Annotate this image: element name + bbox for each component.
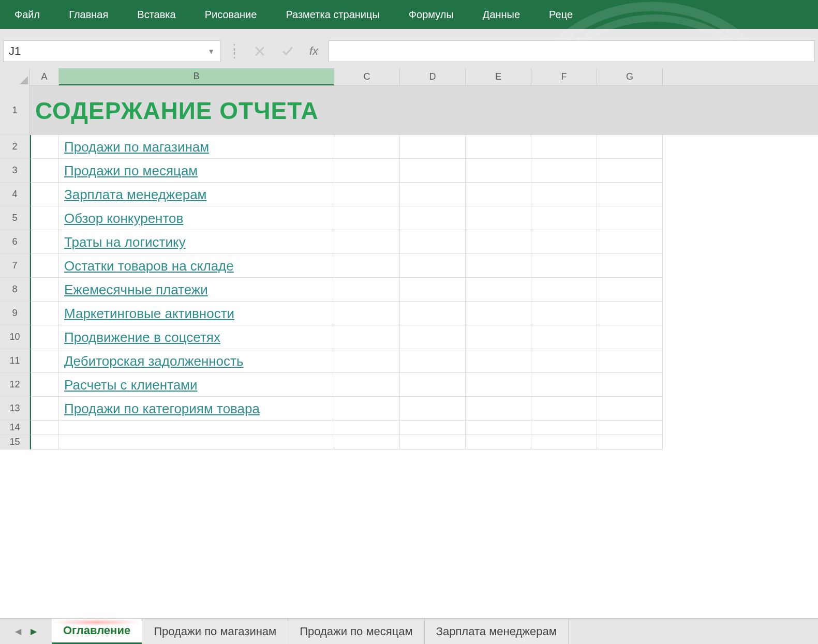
cell[interactable] (334, 254, 400, 278)
grid-body[interactable]: 1СОДЕРЖАНИЕ ОТЧЕТА2Продажи по магазинам3… (0, 86, 818, 618)
ribbon-tab[interactable]: Формулы (394, 0, 468, 29)
cell[interactable] (466, 302, 531, 325)
cell[interactable] (466, 349, 531, 373)
name-box-dropdown-icon[interactable]: ▼ (207, 47, 215, 55)
row-header[interactable]: 2 (0, 135, 30, 159)
row-header[interactable]: 13 (0, 397, 30, 421)
row-header[interactable]: 12 (0, 373, 30, 397)
cell[interactable] (531, 302, 597, 325)
formula-bar-handle-icon[interactable]: ⋮⋮ (226, 46, 243, 56)
cell[interactable] (531, 373, 597, 397)
cell[interactable] (597, 397, 663, 421)
cell[interactable] (597, 421, 663, 435)
toc-link[interactable]: Продажи по категориям товара (64, 401, 260, 417)
toc-link[interactable]: Обзор конкурентов (64, 211, 183, 227)
cell[interactable] (400, 435, 466, 450)
cell[interactable] (59, 421, 334, 435)
cell[interactable] (59, 435, 334, 450)
cell[interactable] (400, 230, 466, 254)
cell[interactable] (334, 435, 400, 450)
toc-link[interactable]: Ежемесячные платежи (64, 282, 208, 298)
cell[interactable] (30, 421, 59, 435)
row-header[interactable]: 7 (0, 254, 30, 278)
row-header[interactable]: 5 (0, 206, 30, 230)
cell[interactable] (597, 302, 663, 325)
cell[interactable] (30, 278, 59, 302)
toc-link[interactable]: Продвижение в соцсетях (64, 330, 220, 346)
cell[interactable] (30, 397, 59, 421)
cell[interactable] (597, 325, 663, 349)
toc-link[interactable]: Траты на логистику (64, 234, 186, 250)
toc-link[interactable]: Дебиторская задолженность (64, 353, 244, 369)
cell[interactable] (531, 183, 597, 206)
cell[interactable] (597, 230, 663, 254)
ribbon-tab[interactable]: Главная (54, 0, 123, 29)
column-header[interactable]: B (59, 68, 334, 85)
cell[interactable] (30, 254, 59, 278)
cell[interactable] (334, 159, 400, 183)
cell[interactable] (30, 435, 59, 450)
cell[interactable] (334, 278, 400, 302)
cell[interactable] (400, 254, 466, 278)
cell[interactable] (531, 230, 597, 254)
column-header[interactable]: D (400, 68, 466, 85)
cell[interactable] (531, 206, 597, 230)
cell[interactable] (466, 230, 531, 254)
row-header[interactable]: 11 (0, 349, 30, 373)
row-header[interactable]: 9 (0, 302, 30, 325)
tab-prev-icon[interactable]: ◀ (15, 626, 21, 636)
cell[interactable] (597, 435, 663, 450)
cell[interactable] (30, 373, 59, 397)
ribbon-tab[interactable]: Рисование (190, 0, 272, 29)
column-header[interactable]: F (531, 68, 597, 85)
cell[interactable] (597, 278, 663, 302)
column-header[interactable]: A (30, 68, 59, 85)
cell[interactable] (466, 183, 531, 206)
cell[interactable] (30, 183, 59, 206)
cell[interactable] (531, 159, 597, 183)
cell[interactable] (597, 373, 663, 397)
sheet-tab[interactable]: Продажи по месяцам (288, 619, 425, 644)
cell[interactable] (334, 325, 400, 349)
cell[interactable] (334, 206, 400, 230)
cell[interactable] (531, 349, 597, 373)
row-header[interactable]: 4 (0, 183, 30, 206)
cell[interactable] (400, 349, 466, 373)
cell[interactable] (400, 302, 466, 325)
formula-input[interactable] (329, 40, 815, 62)
toc-link[interactable]: Продажи по месяцам (64, 163, 198, 179)
ribbon-tab[interactable]: Реце (534, 0, 587, 29)
sheet-tab[interactable]: Оглавление (52, 619, 142, 644)
cell[interactable] (400, 373, 466, 397)
row-header[interactable]: 8 (0, 278, 30, 302)
cell[interactable] (30, 349, 59, 373)
cell[interactable] (531, 397, 597, 421)
cell[interactable] (334, 349, 400, 373)
cell[interactable] (400, 183, 466, 206)
cell[interactable] (466, 373, 531, 397)
row-header[interactable]: 10 (0, 325, 30, 349)
ribbon-tab[interactable]: Данные (468, 0, 534, 29)
cell[interactable] (334, 421, 400, 435)
cell[interactable] (531, 278, 597, 302)
toc-link[interactable]: Зарплата менеджерам (64, 187, 206, 203)
cell[interactable] (334, 230, 400, 254)
cell[interactable] (30, 230, 59, 254)
cell[interactable] (597, 206, 663, 230)
row-header[interactable]: 3 (0, 159, 30, 183)
column-header[interactable]: E (466, 68, 531, 85)
cell[interactable] (597, 183, 663, 206)
toc-link[interactable]: Расчеты с клиентами (64, 377, 198, 393)
cell[interactable] (466, 435, 531, 450)
ribbon-tab[interactable]: Файл (0, 0, 54, 29)
cell[interactable] (400, 325, 466, 349)
row-header[interactable]: 15 (0, 435, 30, 450)
cell[interactable] (466, 421, 531, 435)
toc-link[interactable]: Продажи по магазинам (64, 139, 209, 155)
cell[interactable] (400, 278, 466, 302)
name-box[interactable]: J1 ▼ (3, 40, 220, 62)
cell[interactable] (531, 421, 597, 435)
cell[interactable] (531, 435, 597, 450)
cell[interactable] (466, 278, 531, 302)
row-header[interactable]: 14 (0, 421, 30, 435)
